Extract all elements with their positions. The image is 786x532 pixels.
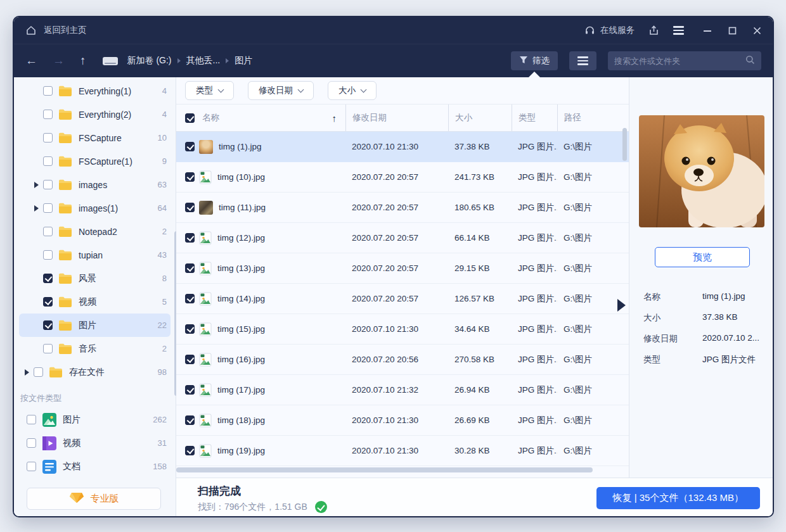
expand-arrow-icon[interactable] <box>25 369 34 376</box>
close-icon[interactable] <box>753 27 761 35</box>
jpg-file-icon <box>199 383 212 397</box>
file-row[interactable]: timg (10).jpg 2020.07.20 20:57 241.73 KB… <box>176 162 629 193</box>
column-header-name[interactable]: 名称 <box>202 112 219 124</box>
folder-checkbox[interactable] <box>43 297 53 307</box>
folder-checkbox[interactable] <box>43 344 53 353</box>
folder-checkbox[interactable] <box>43 86 53 96</box>
minimize-icon[interactable] <box>703 26 712 35</box>
file-row[interactable]: timg (12).jpg 2020.07.20 20:57 66.14 KB … <box>176 223 629 253</box>
sidebar-folder-item[interactable]: 音乐 2 <box>19 337 171 360</box>
filter-chip[interactable]: 修改日期 <box>248 81 314 100</box>
column-header-type[interactable]: 类型 <box>512 104 557 131</box>
file-checkbox[interactable] <box>185 415 195 425</box>
sidebar-folder-item[interactable]: tupian 43 <box>19 243 171 267</box>
file-size: 180.65 KB <box>448 203 512 212</box>
folder-checkbox[interactable] <box>43 133 53 142</box>
filter-button[interactable]: 筛选 <box>511 51 558 70</box>
pro-version-button[interactable]: 专业版 <box>27 488 161 510</box>
folder-checkbox[interactable] <box>43 250 53 260</box>
file-checkbox[interactable] <box>185 355 195 364</box>
sidebar-folder-item[interactable]: Everything(2) 4 <box>19 103 171 126</box>
horizontal-scrollbar[interactable] <box>176 467 593 472</box>
sidebar-filetype-item[interactable]: 视频 31 <box>19 431 171 455</box>
sidebar-filetype-item[interactable]: 图片 262 <box>19 408 171 431</box>
folder-checkbox[interactable] <box>43 227 53 236</box>
file-checkbox[interactable] <box>185 203 195 212</box>
sidebar-folder-item[interactable]: Notepad2 2 <box>19 220 171 243</box>
folder-checkbox[interactable] <box>43 274 53 283</box>
breadcrumb-item[interactable]: 其他丢... <box>186 55 221 66</box>
recover-button[interactable]: 恢复 | 35个文件（132.43 MB） <box>596 487 760 509</box>
sidebar-folder-item[interactable]: Everything(1) 4 <box>19 79 171 103</box>
sort-ascending-icon[interactable]: ↑ <box>332 113 337 124</box>
folder-checkbox[interactable] <box>43 110 53 119</box>
file-checkbox[interactable] <box>185 263 195 273</box>
preview-button[interactable]: 预览 <box>655 247 750 267</box>
sidebar-filetype-item[interactable]: 文档 158 <box>19 455 171 478</box>
file-row[interactable]: timg (1).jpg 2020.07.10 21:30 37.38 KB J… <box>176 132 629 162</box>
filter-chip[interactable]: 类型 <box>185 81 234 100</box>
column-header-path[interactable]: 路径 <box>557 104 629 131</box>
folder-checkbox[interactable] <box>43 156 53 166</box>
expand-arrow-icon[interactable] <box>34 205 43 212</box>
sidebar-folder-item[interactable]: FSCapture 10 <box>19 126 171 149</box>
online-service-button[interactable]: 在线服务 <box>584 25 635 36</box>
up-arrow-icon[interactable]: ↑ <box>80 54 86 68</box>
breadcrumb-item[interactable]: 图片 <box>235 55 252 66</box>
file-checkbox[interactable] <box>185 172 195 182</box>
file-row[interactable]: timg (17).jpg 2020.07.10 21:32 26.94 KB … <box>176 375 629 405</box>
file-row[interactable]: timg (18).jpg 2020.07.10 21:30 26.69 KB … <box>176 405 629 436</box>
file-checkbox[interactable] <box>185 446 195 455</box>
sidebar-folder-item[interactable]: 图片 22 <box>19 314 171 337</box>
folder-checkbox[interactable] <box>43 320 53 330</box>
search-icon[interactable] <box>745 55 755 67</box>
search-input[interactable] <box>614 56 745 66</box>
back-arrow-icon[interactable]: ← <box>25 54 37 68</box>
folder-checkbox[interactable] <box>34 367 43 377</box>
file-row[interactable]: timg (11).jpg 2020.07.20 20:57 180.65 KB… <box>176 193 629 223</box>
back-to-home-button[interactable]: 返回到主页 <box>25 25 87 36</box>
sidebar-folder-item[interactable]: images 63 <box>19 173 171 196</box>
forward-arrow-icon[interactable]: → <box>53 54 65 68</box>
folder-label: Everything(2) <box>79 110 131 120</box>
sidebar-folder-item[interactable]: images(1) 64 <box>19 196 171 220</box>
view-options-button[interactable] <box>569 51 596 70</box>
sidebar-folder-item[interactable]: FSCapture(1) 9 <box>19 149 171 173</box>
select-all-checkbox[interactable] <box>185 113 195 123</box>
share-icon[interactable] <box>648 25 659 36</box>
file-row[interactable]: timg (19).jpg 2020.07.10 21:30 30.28 KB … <box>176 436 629 466</box>
maximize-icon[interactable] <box>728 27 737 35</box>
file-row[interactable]: timg (15).jpg 2020.07.10 21:30 34.64 KB … <box>176 314 629 345</box>
file-checkbox[interactable] <box>185 324 195 334</box>
panel-collapse-icon[interactable] <box>617 299 626 312</box>
column-header-size[interactable]: 大小 <box>448 104 512 131</box>
filetype-checkbox[interactable] <box>27 438 36 448</box>
folder-count: 98 <box>158 367 167 377</box>
expand-arrow-icon[interactable] <box>34 182 43 188</box>
filter-chip[interactable]: 大小 <box>328 81 377 100</box>
sidebar-folder-item[interactable]: 存在文件 98 <box>19 360 171 384</box>
column-header-date[interactable]: 修改日期 <box>345 104 448 131</box>
folder-label: 图片 <box>79 320 96 331</box>
file-type: JPG 图片... <box>512 293 557 305</box>
sidebar-folder-item[interactable]: 视频 5 <box>19 290 171 314</box>
file-checkbox[interactable] <box>185 233 195 243</box>
file-checkbox[interactable] <box>185 385 195 395</box>
scan-status-title: 扫描完成 <box>198 484 241 498</box>
file-row[interactable]: timg (16).jpg 2020.07.20 20:56 270.58 KB… <box>176 345 629 375</box>
filetype-checkbox[interactable] <box>27 415 36 424</box>
file-name: timg (19).jpg <box>217 446 265 455</box>
folder-checkbox[interactable] <box>43 203 53 213</box>
filetype-checkbox[interactable] <box>27 462 36 471</box>
breadcrumb-item[interactable]: 新加卷 (G:) <box>127 55 172 66</box>
vertical-scrollbar[interactable] <box>622 128 627 161</box>
file-path: G:\图片 <box>557 172 629 183</box>
detail-row: 大小 37.38 KB <box>643 312 766 324</box>
menu-icon[interactable] <box>673 24 684 37</box>
sidebar-folder-item[interactable]: 风景 8 <box>19 267 171 290</box>
folder-checkbox[interactable] <box>43 180 53 189</box>
file-checkbox[interactable] <box>185 294 195 303</box>
file-checkbox[interactable] <box>185 142 195 151</box>
file-row[interactable]: timg (13).jpg 2020.07.20 20:57 29.15 KB … <box>176 253 629 284</box>
file-row[interactable]: timg (14).jpg 2020.07.20 20:57 126.57 KB… <box>176 284 629 314</box>
